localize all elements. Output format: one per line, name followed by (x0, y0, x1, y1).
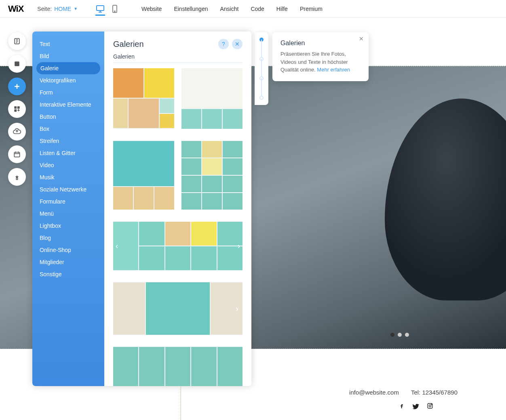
cat-button[interactable]: Button (32, 111, 104, 123)
menu-ansicht[interactable]: Ansicht (220, 6, 238, 12)
svg-point-2 (114, 11, 115, 12)
device-switch (95, 4, 120, 14)
pages-button[interactable] (8, 32, 26, 50)
uploads-button[interactable] (8, 123, 26, 141)
apps-button[interactable] (8, 100, 26, 118)
bookings-button[interactable] (8, 145, 26, 163)
add-button[interactable] (8, 78, 26, 95)
panel-title: Galerien (113, 40, 144, 49)
svg-point-5 (431, 404, 432, 405)
menu-einstellungen[interactable]: Einstellungen (174, 6, 208, 12)
cat-galerie[interactable]: Galerie (36, 62, 100, 74)
cat-musik[interactable]: Musik (32, 171, 104, 183)
tooltip-link[interactable]: Mehr erfahren (317, 67, 350, 73)
footer-tel: Tel: 12345/67890 (411, 389, 458, 396)
help-button[interactable]: ? (218, 39, 229, 49)
slider-dot-2[interactable] (398, 333, 402, 337)
footer-contact: info@website.com Tel: 12345/67890 (349, 389, 458, 396)
arrow-right-icon[interactable]: › (236, 304, 238, 313)
panel-header: Galerien ? ✕ (104, 32, 251, 53)
add-panel: Text Bild Galerie Vektorgrafiken Form In… (32, 32, 251, 386)
cat-form[interactable]: Form (32, 86, 104, 99)
menu-premium[interactable]: Premium (300, 6, 323, 12)
cat-bild[interactable]: Bild (32, 50, 104, 62)
gallery-thumb-6[interactable]: › (113, 282, 242, 335)
slider-dot-3[interactable] (405, 333, 409, 337)
mobile-icon[interactable] (110, 4, 120, 14)
cat-text[interactable]: Text (32, 38, 104, 50)
tooltip-title: Galerien (280, 40, 361, 47)
cat-formulare[interactable]: Formulare (32, 195, 104, 208)
cat-mitglieder[interactable]: Mitglieder (32, 256, 104, 268)
category-list: Text Bild Galerie Vektorgrafiken Form In… (32, 32, 104, 386)
slider-dot-1[interactable] (390, 333, 394, 337)
gallery-thumb-3[interactable] (113, 141, 174, 210)
info-tooltip: ✕ Galerien Präsentieren Sie Ihre Fotos, … (272, 32, 369, 81)
arrow-right-icon[interactable]: › (238, 242, 240, 250)
gallery-thumb-4[interactable] (181, 141, 242, 210)
timeline-strip (255, 32, 268, 105)
svg-rect-0 (97, 6, 104, 10)
cat-vektorgrafiken[interactable]: Vektorgrafiken (32, 74, 104, 86)
panel-subtitle: Galerien (113, 53, 242, 63)
page-name: HOME (54, 6, 71, 12)
gallery-thumb-2[interactable] (181, 68, 242, 129)
svg-rect-11 (14, 152, 19, 157)
cat-streifen[interactable]: Streifen (32, 135, 104, 147)
instagram-icon[interactable] (427, 403, 433, 412)
menu-website[interactable]: Website (141, 6, 162, 12)
menu-code[interactable]: Code (251, 6, 264, 12)
arrow-left-icon[interactable]: ‹ (116, 242, 118, 250)
gallery-thumb-5[interactable]: ‹ › (113, 222, 242, 270)
top-menu: Website Einstellungen Ansicht Code Hilfe… (141, 6, 323, 12)
page-selector[interactable]: Seite: HOME ▼ (37, 6, 78, 12)
svg-rect-7 (15, 61, 19, 66)
cat-menu[interactable]: Menü (32, 208, 104, 220)
blog-button[interactable] (8, 168, 26, 186)
background-button[interactable] (8, 55, 26, 73)
cat-video[interactable]: Video (32, 159, 104, 171)
gallery-thumb-1[interactable] (113, 68, 174, 129)
svg-rect-9 (17, 106, 20, 109)
timeline-node-4[interactable] (259, 96, 264, 100)
menu-hilfe[interactable]: Hilfe (276, 6, 288, 12)
cat-interaktive[interactable]: Interaktive Elemente (32, 99, 104, 111)
hero-image (385, 99, 506, 300)
cat-blog[interactable]: Blog (32, 232, 104, 244)
twitter-icon[interactable] (412, 403, 420, 412)
slider-dots (390, 333, 409, 337)
cat-box[interactable]: Box (32, 123, 104, 135)
svg-rect-10 (14, 109, 17, 112)
footer-email[interactable]: info@website.com (349, 389, 399, 396)
social-icons (398, 403, 433, 412)
cat-sonstige[interactable]: Sonstige (32, 268, 104, 280)
close-icon[interactable]: ✕ (359, 36, 364, 42)
cat-soziale[interactable]: Soziale Netzwerke (32, 183, 104, 195)
gallery-thumb-7[interactable] (113, 347, 242, 386)
gallery-thumbnails: ‹ › › (104, 68, 251, 386)
page-label: Seite: (37, 6, 52, 12)
tooltip-text: Präsentieren Sie Ihre Fotos, Videos und … (280, 50, 361, 74)
wix-logo: WiX (8, 4, 23, 14)
left-rail (8, 32, 26, 186)
cat-shop[interactable]: Online-Shop (32, 244, 104, 256)
top-bar: WiX Seite: HOME ▼ Website Einstellungen … (0, 0, 506, 18)
facebook-icon[interactable] (398, 403, 405, 412)
chevron-down-icon: ▼ (74, 6, 78, 11)
close-panel-button[interactable]: ✕ (232, 39, 242, 49)
cat-listen[interactable]: Listen & Gitter (32, 147, 104, 159)
svg-rect-8 (14, 106, 17, 109)
gallery-pane: Galerien ? ✕ Galerien ‹ › › (104, 32, 251, 386)
svg-point-4 (429, 405, 431, 407)
desktop-icon[interactable] (95, 6, 105, 16)
cat-lightbox[interactable]: Lightbox (32, 220, 104, 232)
